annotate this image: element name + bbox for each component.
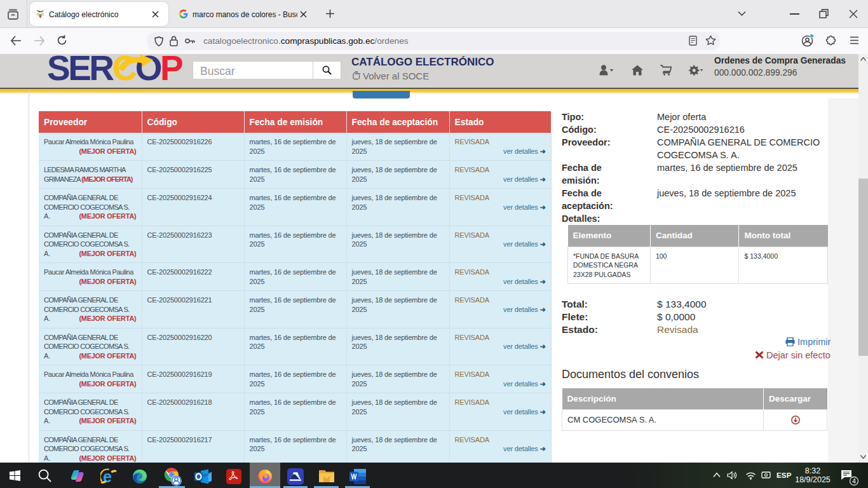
svg-text:4: 4 — [852, 478, 856, 485]
